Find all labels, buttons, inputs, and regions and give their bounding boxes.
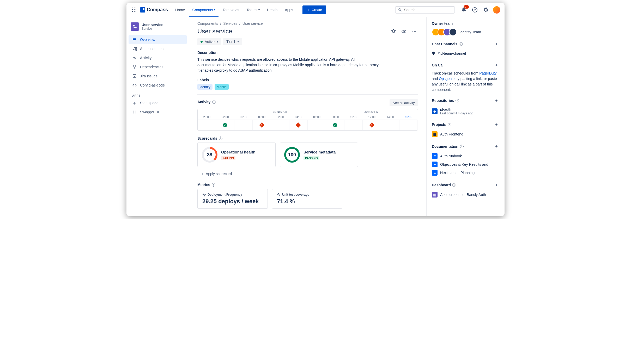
svg-point-9 bbox=[399, 8, 401, 10]
nav-apps[interactable]: Apps bbox=[282, 6, 296, 14]
sidebar-item-overview[interactable]: Overview bbox=[129, 35, 187, 44]
nav-health[interactable]: Health bbox=[264, 6, 281, 14]
activity-timeline: 30 Nov AM 30 Nov PM 20:0022:0000:0000:00… bbox=[197, 109, 418, 131]
sidebar-item-config[interactable]: Config-as-code bbox=[129, 81, 187, 90]
info-icon[interactable]: i bbox=[219, 137, 222, 140]
scorecard-title: Operational health bbox=[221, 150, 256, 154]
scorecard[interactable]: 100 Service metadata PASSING bbox=[280, 143, 358, 167]
projects-heading: Projects bbox=[432, 122, 446, 127]
sidebar-item-dependencies[interactable]: Dependencies bbox=[129, 63, 187, 71]
info-icon[interactable]: i bbox=[212, 183, 215, 187]
error-event-icon[interactable]: ! bbox=[259, 122, 264, 128]
info-icon[interactable]: i bbox=[460, 145, 464, 148]
code-icon bbox=[132, 83, 137, 88]
nav-teams[interactable]: Teams▾ bbox=[244, 6, 263, 14]
repo-meta: Last commit 4 days ago bbox=[440, 112, 473, 115]
nav-templates[interactable]: Templates bbox=[220, 6, 242, 14]
label-chip[interactable]: Identity bbox=[197, 84, 213, 90]
search-box[interactable] bbox=[395, 6, 455, 14]
doc-name: Objectives & Key Results and bbox=[440, 162, 488, 166]
timeline-hour: 02:00 bbox=[271, 114, 289, 120]
metric-card[interactable]: Deployment Frequency 29.25 deploys / wee… bbox=[197, 189, 268, 209]
description-text: This service decides which requests are … bbox=[197, 57, 380, 73]
search-input[interactable] bbox=[404, 8, 452, 12]
chat-channels-heading: Chat Channels bbox=[432, 42, 457, 46]
success-event-icon[interactable] bbox=[333, 123, 337, 127]
help-icon[interactable]: ? bbox=[471, 6, 478, 14]
repo-item[interactable]: ◆ id-auth Last commit 4 days ago bbox=[432, 106, 499, 116]
sidebar-item-announcements[interactable]: Announcements bbox=[129, 44, 187, 53]
timeline-hour: 00:00 bbox=[253, 114, 271, 120]
breadcrumb-item[interactable]: Services bbox=[223, 21, 237, 26]
score-ring: 38 bbox=[202, 147, 217, 163]
owner-team[interactable]: Identity Team bbox=[432, 28, 499, 36]
timeline-hour: 06:00 bbox=[308, 114, 326, 120]
add-repo-button[interactable]: ＋ bbox=[494, 98, 499, 103]
settings-icon[interactable] bbox=[482, 6, 489, 14]
timeline-cell: ! bbox=[289, 120, 308, 130]
doc-item[interactable]: ≡Next steps : Planning bbox=[432, 169, 499, 177]
see-all-activity-button[interactable]: See all activity bbox=[390, 99, 418, 106]
activity-icon bbox=[132, 55, 137, 60]
add-chat-button[interactable]: ＋ bbox=[494, 41, 499, 47]
star-icon[interactable] bbox=[390, 28, 397, 35]
label-chip[interactable]: Mobile bbox=[215, 84, 229, 90]
svg-rect-4 bbox=[134, 9, 135, 10]
doc-item[interactable]: ≡Auth runbook bbox=[432, 152, 499, 160]
add-dashboard-button[interactable]: ＋ bbox=[494, 182, 499, 188]
timeline-cell bbox=[326, 120, 344, 130]
status-dot-icon bbox=[201, 41, 203, 43]
watch-icon[interactable] bbox=[400, 28, 408, 35]
sidebar-item-statuspage[interactable]: Statuspage bbox=[129, 98, 187, 107]
labels-heading: Labels bbox=[197, 78, 418, 82]
success-event-icon[interactable] bbox=[223, 123, 227, 127]
add-project-button[interactable]: ＋ bbox=[494, 122, 499, 127]
project-item[interactable]: ◼ Auth Frontend bbox=[432, 130, 499, 138]
team-avatar bbox=[449, 28, 457, 36]
svg-rect-3 bbox=[132, 9, 133, 10]
apply-scorecard-button[interactable]: ＋Apply scorecard bbox=[197, 170, 418, 178]
error-event-icon[interactable]: ! bbox=[296, 122, 301, 128]
score-ring: 100 bbox=[284, 147, 300, 163]
sidebar-item-activity[interactable]: Activity bbox=[129, 53, 187, 62]
opsgenie-link[interactable]: Opsgenie bbox=[439, 77, 454, 81]
dashboard-heading: Dashboard bbox=[432, 183, 451, 187]
info-icon[interactable]: i bbox=[452, 183, 456, 187]
metric-card[interactable]: Unit test coverage 71.4 % bbox=[272, 189, 342, 209]
timeline-hour: 08:00 bbox=[326, 114, 344, 120]
add-oncall-button[interactable]: ＋ bbox=[494, 62, 499, 68]
product-logo[interactable]: Compass bbox=[140, 7, 168, 13]
more-icon[interactable] bbox=[411, 28, 418, 35]
chevron-down-icon: ▾ bbox=[258, 8, 260, 11]
add-doc-button[interactable]: ＋ bbox=[494, 144, 499, 149]
pagerduty-link[interactable]: PagerDuty bbox=[479, 71, 496, 75]
dashboard-name: App screens for Bancly Auth bbox=[440, 193, 486, 197]
timeline-hour: 14:00 bbox=[381, 114, 399, 120]
info-icon[interactable]: i bbox=[212, 100, 216, 104]
notifications-icon[interactable]: 9+ bbox=[460, 6, 468, 14]
svg-rect-13 bbox=[133, 25, 135, 26]
doc-item[interactable]: ≡Objectives & Key Results and bbox=[432, 160, 499, 169]
info-icon[interactable]: i bbox=[459, 42, 463, 46]
timeline-hour: 22:00 bbox=[216, 114, 234, 120]
sidebar-item-swagger[interactable]: Swagger UI bbox=[129, 108, 187, 116]
repos-heading: Repositories bbox=[432, 98, 454, 103]
nav-components[interactable]: Components▾ bbox=[189, 6, 218, 14]
info-icon[interactable]: i bbox=[456, 99, 459, 102]
error-event-icon[interactable]: ! bbox=[369, 122, 374, 128]
create-button[interactable]: ＋ Create bbox=[302, 5, 326, 14]
plus-icon: ＋ bbox=[201, 172, 204, 176]
nav-home[interactable]: Home bbox=[172, 6, 188, 14]
dashboard-item[interactable]: ▦App screens for Bancly Auth bbox=[432, 190, 499, 199]
sidebar-item-jira[interactable]: Jira Issues bbox=[129, 72, 187, 81]
app-switcher-icon[interactable] bbox=[131, 6, 138, 14]
user-avatar[interactable] bbox=[493, 6, 500, 14]
breadcrumb-item[interactable]: Components bbox=[197, 21, 218, 26]
status-dropdown[interactable]: Active▾ bbox=[197, 38, 221, 45]
chat-channel-item[interactable]: ✱ #id-team-channel bbox=[432, 50, 499, 57]
info-icon[interactable]: i bbox=[448, 123, 451, 126]
timeline-cell bbox=[198, 120, 216, 130]
scorecard[interactable]: 38 Operational health FAILING bbox=[197, 143, 276, 167]
tier-dropdown[interactable]: Tier 1▾ bbox=[223, 38, 242, 45]
timeline-hour: 12:00 bbox=[363, 114, 381, 120]
